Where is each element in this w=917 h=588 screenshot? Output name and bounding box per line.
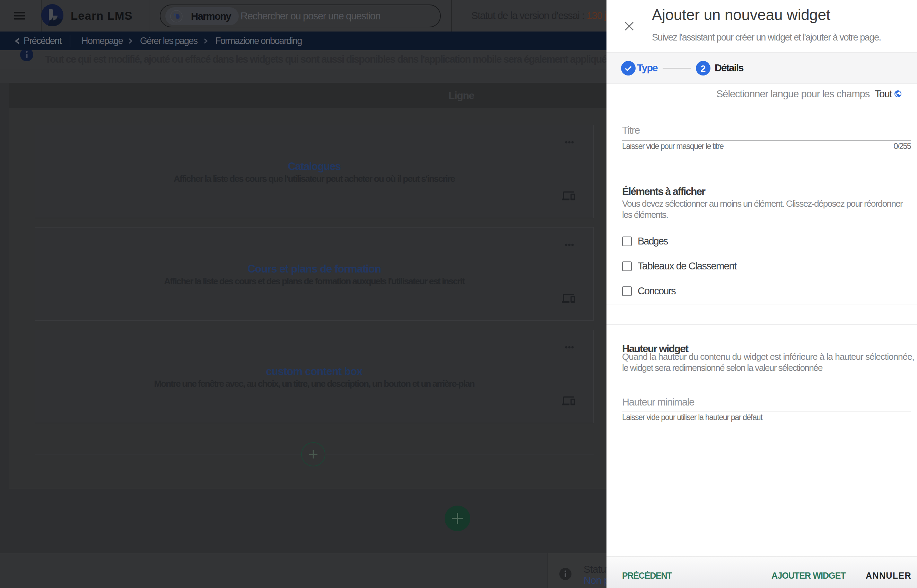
svg-text:2: 2 [701, 63, 706, 74]
